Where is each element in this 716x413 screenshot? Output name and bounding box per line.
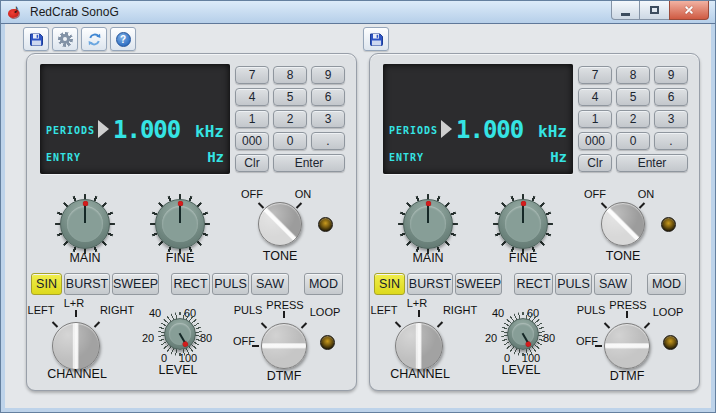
waveform-button-sweep[interactable]: SWEEP bbox=[455, 273, 502, 295]
channel-right-label: RIGHT bbox=[443, 304, 477, 316]
key-9[interactable]: 9 bbox=[311, 66, 345, 84]
frequency-unit: kHz bbox=[195, 122, 224, 141]
entry-label: ENTRY bbox=[46, 152, 81, 163]
waveform-button-sin[interactable]: SIN bbox=[374, 273, 405, 295]
channel-tick-center bbox=[75, 310, 77, 317]
waveform-button-sin[interactable]: SIN bbox=[31, 273, 62, 295]
level-knob[interactable] bbox=[158, 312, 202, 356]
fine-knob[interactable] bbox=[150, 194, 210, 254]
waveform-button-saw[interactable]: SAW bbox=[594, 273, 632, 295]
key-4[interactable]: 4 bbox=[235, 88, 269, 106]
waveform-button-mod[interactable]: MOD bbox=[647, 273, 686, 295]
titlebar[interactable]: ♪ RedCrab SonoG bbox=[1, 1, 715, 24]
main-knob-indicator bbox=[426, 201, 431, 206]
key-7[interactable]: 7 bbox=[578, 66, 612, 84]
waveform-button-mod[interactable]: MOD bbox=[304, 273, 343, 295]
key-6[interactable]: 6 bbox=[654, 88, 688, 106]
key-7[interactable]: 7 bbox=[235, 66, 269, 84]
display-mode-label: PERIODS bbox=[46, 125, 95, 136]
key-enter[interactable]: Enter bbox=[616, 154, 688, 172]
close-button[interactable] bbox=[669, 1, 709, 20]
help-button[interactable]: ? bbox=[110, 27, 136, 51]
waveform-button-rect[interactable]: RECT bbox=[171, 273, 210, 295]
key-0[interactable]: 0 bbox=[616, 132, 650, 150]
waveform-button-rect[interactable]: RECT bbox=[514, 273, 553, 295]
minimize-icon bbox=[621, 13, 630, 16]
dtmf-knob-label: DTMF bbox=[267, 369, 302, 383]
key-1[interactable]: 1 bbox=[235, 110, 269, 128]
maximize-button[interactable] bbox=[640, 1, 669, 20]
frequency-value: 1.000 bbox=[456, 116, 523, 144]
channel-knob[interactable] bbox=[395, 322, 443, 370]
fine-knob-label: FINE bbox=[166, 251, 194, 265]
refresh-icon bbox=[87, 32, 102, 47]
key-dot[interactable]: . bbox=[311, 132, 345, 150]
gear-icon bbox=[58, 32, 73, 47]
channel-knob[interactable] bbox=[52, 322, 100, 370]
dtmf-tick-press bbox=[283, 311, 285, 318]
key-enter[interactable]: Enter bbox=[273, 154, 345, 172]
waveform-button-puls[interactable]: PULS bbox=[212, 273, 249, 295]
minimize-button[interactable] bbox=[611, 1, 640, 20]
dtmf-tick-loop bbox=[644, 322, 650, 328]
main-knob[interactable] bbox=[398, 194, 458, 254]
fine-knob-indicator bbox=[178, 201, 183, 206]
tone-knob[interactable] bbox=[258, 202, 302, 246]
waveform-button-puls[interactable]: PULS bbox=[555, 273, 592, 295]
key-4[interactable]: 4 bbox=[578, 88, 612, 106]
fine-knob[interactable] bbox=[493, 194, 553, 254]
waveform-button-sweep[interactable]: SWEEP bbox=[112, 273, 159, 295]
key-8[interactable]: 8 bbox=[273, 66, 307, 84]
channel-tick-left bbox=[52, 321, 58, 327]
dtmf-tick-press bbox=[626, 311, 628, 318]
level-scale-20: 20 bbox=[485, 332, 497, 344]
waveform-button-burst[interactable]: BURST bbox=[407, 273, 453, 295]
numeric-keypad: 7 8 9 4 5 6 1 2 3 000 0 . Clr Enter bbox=[578, 66, 688, 172]
key-2[interactable]: 2 bbox=[273, 110, 307, 128]
frequency-value: 1.000 bbox=[113, 116, 180, 144]
refresh-button[interactable] bbox=[81, 27, 107, 51]
level-knob-label: LEVEL bbox=[502, 363, 541, 377]
channel-left-label: LEFT bbox=[28, 304, 55, 316]
key-dot[interactable]: . bbox=[654, 132, 688, 150]
dtmf-tick-puls bbox=[604, 322, 610, 328]
key-3[interactable]: 3 bbox=[311, 110, 345, 128]
key-3[interactable]: 3 bbox=[654, 110, 688, 128]
main-knob-indicator bbox=[83, 201, 88, 206]
close-icon bbox=[683, 4, 695, 16]
key-2[interactable]: 2 bbox=[616, 110, 650, 128]
waveform-button-burst[interactable]: BURST bbox=[64, 273, 110, 295]
waveform-row: SIN BURST SWEEP RECT PULS SAW MOD bbox=[31, 273, 345, 295]
save-button-right[interactable] bbox=[363, 27, 389, 51]
key-8[interactable]: 8 bbox=[616, 66, 650, 84]
save-button[interactable] bbox=[23, 27, 49, 51]
tone-knob[interactable] bbox=[601, 202, 645, 246]
level-knob[interactable] bbox=[501, 312, 545, 356]
client-area: ? PERIODS 1.000 kHz ENTRY Hz 7 8 9 bbox=[5, 24, 711, 408]
main-knob[interactable] bbox=[55, 194, 115, 254]
frequency-display: PERIODS 1.000 kHz ENTRY Hz bbox=[383, 64, 573, 174]
key-5[interactable]: 5 bbox=[616, 88, 650, 106]
key-5[interactable]: 5 bbox=[273, 88, 307, 106]
tone-led bbox=[661, 217, 676, 232]
key-clear[interactable]: Clr bbox=[235, 154, 269, 172]
waveform-button-saw[interactable]: SAW bbox=[251, 273, 289, 295]
app-window: ♪ RedCrab SonoG bbox=[0, 0, 716, 413]
dtmf-knob[interactable] bbox=[604, 323, 650, 369]
dtmf-knob[interactable] bbox=[261, 323, 307, 369]
key-000[interactable]: 000 bbox=[235, 132, 269, 150]
generator-panel: PERIODS 1.000 kHz ENTRY Hz 7 8 9 4 5 6 1… bbox=[26, 53, 357, 391]
tone-tick-on bbox=[639, 202, 645, 208]
settings-button[interactable] bbox=[52, 27, 78, 51]
display-mode-label: PERIODS bbox=[389, 125, 438, 136]
key-6[interactable]: 6 bbox=[311, 88, 345, 106]
tone-on-label: ON bbox=[295, 188, 312, 200]
key-1[interactable]: 1 bbox=[578, 110, 612, 128]
key-9[interactable]: 9 bbox=[654, 66, 688, 84]
tone-knob-label: TONE bbox=[263, 249, 298, 263]
tone-off-label: OFF bbox=[584, 188, 606, 200]
key-0[interactable]: 0 bbox=[273, 132, 307, 150]
key-000[interactable]: 000 bbox=[578, 132, 612, 150]
main-knob-label: MAIN bbox=[412, 251, 443, 265]
key-clear[interactable]: Clr bbox=[578, 154, 612, 172]
